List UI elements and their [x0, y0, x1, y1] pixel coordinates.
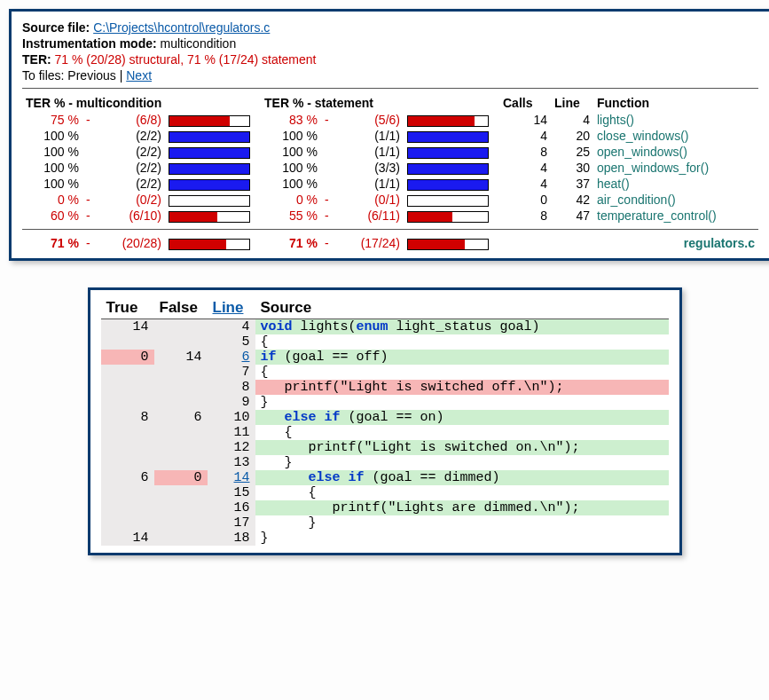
total-st-ratio: (17/24) [339, 235, 404, 251]
function-link[interactable]: open_windows_for() [597, 161, 709, 175]
false-count: 14 [154, 350, 208, 365]
source-row: 15 { [101, 485, 669, 500]
col-function: Function [593, 94, 758, 112]
source-row: 8610 else if (goal == on) [101, 410, 669, 425]
line-number: 6 [208, 350, 255, 365]
line-link[interactable]: 14 [233, 470, 249, 485]
line-number: 12 [208, 440, 255, 455]
source-row: 6014 else if (goal == dimmed) [101, 470, 669, 485]
st-pct: 0 % [261, 192, 321, 208]
source-file-link[interactable]: C:\Projects\hcontrol\regulators.c [93, 20, 270, 35]
true-count [101, 380, 154, 395]
st-ratio: (0/1) [339, 192, 404, 208]
table-row: 75 %-(6/8)83 %-(5/6)144lights() [22, 112, 758, 128]
source-code: void lights(enum light_status goal) [255, 319, 669, 335]
source-code: { [255, 365, 669, 380]
st-pct: 100 % [261, 128, 321, 144]
true-count [101, 440, 154, 455]
coverage-summary-panel: Source file: C:\Projects\hcontrol\regula… [9, 9, 769, 261]
true-count [101, 395, 154, 410]
st-ratio: (1/1) [339, 144, 404, 160]
st-ratio: (3/3) [339, 160, 404, 176]
source-code: { [255, 334, 669, 350]
function-link[interactable]: open_windows() [597, 145, 687, 159]
source-code: printf("Light is switched off.\n"); [255, 380, 669, 395]
line-number: 10 [208, 410, 255, 425]
source-code: } [255, 395, 669, 410]
source-code: { [255, 485, 669, 500]
source-code: } [255, 515, 669, 531]
prev-file-text: Previous [67, 68, 115, 83]
st-bar [407, 211, 489, 223]
false-count [154, 380, 208, 395]
line-number: 16 [208, 500, 255, 515]
false-count [154, 334, 208, 350]
source-row: 1418} [101, 531, 669, 546]
source-row: 0146if (goal == off) [101, 350, 669, 365]
line-no: 20 [551, 128, 593, 144]
source-table: True False Line Source 144void lights(en… [101, 297, 669, 546]
mc-ratio: (2/2) [100, 176, 165, 192]
line-link[interactable]: 6 [241, 350, 249, 365]
line-number: 18 [208, 531, 255, 546]
line-number: 17 [208, 515, 255, 531]
st-ratio: (6/11) [339, 208, 404, 224]
false-count [154, 425, 208, 440]
line-number: 9 [208, 395, 255, 410]
true-count [101, 485, 154, 500]
true-count [101, 500, 154, 515]
st-pct: 100 % [261, 176, 321, 192]
true-count: 14 [101, 319, 154, 335]
st-bar [407, 131, 489, 143]
calls: 4 [499, 128, 551, 144]
col-false: False [154, 297, 208, 319]
mc-ratio: (2/2) [100, 160, 165, 176]
table-row: 60 %-(6/10)55 %-(6/11)847temperature_con… [22, 208, 758, 224]
function-link[interactable]: heat() [597, 177, 630, 191]
col-line: Line [551, 94, 593, 112]
false-count [154, 500, 208, 515]
total-filename: regulators.c [539, 235, 758, 251]
function-link[interactable]: close_windows() [597, 129, 688, 143]
st-bar [407, 163, 489, 175]
true-count [101, 425, 154, 440]
table-row: 100 %(2/2)100 %(3/3)430open_windows_for(… [22, 160, 758, 176]
st-pct: 55 % [261, 208, 321, 224]
false-count [154, 455, 208, 470]
source-code: printf("Light is switched on.\n"); [255, 440, 669, 455]
source-code: printf("Lights are dimmed.\n"); [255, 500, 669, 515]
ter-value: 71 % (20/28) structural, 71 % (17/24) st… [55, 52, 317, 67]
st-pct: 83 % [261, 112, 321, 128]
next-file-link[interactable]: Next [126, 68, 152, 83]
mc-bar [169, 147, 250, 159]
line-no: 30 [551, 160, 593, 176]
st-bar [407, 195, 489, 207]
totals-row: 71 % - (20/28) 71 % - (17/24) regulators… [22, 235, 758, 251]
function-link[interactable]: air_condition() [597, 193, 676, 207]
source-code: } [255, 455, 669, 470]
function-link[interactable]: lights() [597, 113, 634, 127]
mc-ratio: (6/10) [100, 208, 165, 224]
line-number: 4 [208, 319, 255, 335]
mc-bar [169, 195, 250, 207]
instrumentation-mode-value: multicondition [161, 36, 237, 51]
line-number: 13 [208, 455, 255, 470]
false-count [154, 365, 208, 380]
col-calls: Calls [499, 94, 551, 112]
total-mc-bar [169, 239, 250, 250]
mc-pct: 0 % [22, 192, 82, 208]
function-link[interactable]: temperature_control() [597, 208, 717, 223]
st-ratio: (1/1) [339, 176, 404, 192]
mc-pct: 100 % [22, 160, 82, 176]
calls: 8 [499, 144, 551, 160]
false-count [154, 485, 208, 500]
line-number: 7 [208, 365, 255, 380]
line-number: 14 [208, 470, 255, 485]
true-count: 6 [101, 470, 154, 485]
col-line-link[interactable]: Line [208, 297, 255, 319]
true-count [101, 455, 154, 470]
mc-ratio: (2/2) [100, 144, 165, 160]
true-count: 0 [101, 350, 154, 365]
source-code: } [255, 531, 669, 546]
st-ratio: (1/1) [339, 128, 404, 144]
